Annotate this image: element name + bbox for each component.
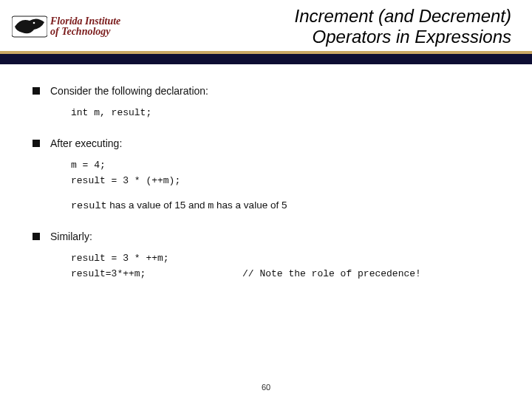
result-var-result: result bbox=[71, 200, 107, 211]
bullet-square-icon bbox=[33, 140, 40, 147]
bullet-2: After executing: bbox=[33, 137, 502, 149]
institution-logo: Florida Institute of Technology bbox=[12, 9, 137, 44]
code-assign-m: m = 4; bbox=[71, 160, 502, 171]
title-line-2: Operators in Expressions bbox=[137, 27, 511, 47]
logo-text: Florida Institute of Technology bbox=[50, 16, 120, 37]
bullet-1-text: Consider the following declaration: bbox=[50, 85, 208, 97]
logo-line-1: Florida Institute bbox=[50, 16, 120, 27]
svg-point-1 bbox=[33, 21, 35, 24]
code-decl: int m, result; bbox=[71, 107, 502, 118]
page-number: 60 bbox=[0, 383, 532, 392]
code-similar-2: result=3*++m; bbox=[71, 268, 242, 279]
bullet-2-text: After executing: bbox=[50, 137, 122, 149]
result-text-3: has a value of bbox=[214, 200, 282, 211]
logo-line-2: of Technology bbox=[50, 27, 120, 37]
title-line-1: Increment (and Decrement) bbox=[137, 6, 511, 27]
result-sentence: result has a value of 15 and m has a val… bbox=[71, 200, 502, 211]
bullet-3-text: Similarly: bbox=[50, 231, 92, 242]
divider-dark bbox=[0, 54, 532, 64]
slide-header: Florida Institute of Technology Incremen… bbox=[0, 0, 532, 51]
code-result-expr: result = 3 * (++m); bbox=[71, 175, 502, 186]
result-text-1: has a value of bbox=[107, 200, 175, 211]
bullet-3: Similarly: bbox=[33, 231, 502, 242]
code-similar-2-row: result=3*++m; // Note the role of preced… bbox=[71, 268, 502, 279]
slide-body: Consider the following declaration: int … bbox=[0, 64, 532, 279]
code-similar-1: result = 3 * ++m; bbox=[71, 253, 502, 264]
panther-icon bbox=[12, 12, 47, 41]
result-value-1: 15 bbox=[174, 200, 185, 211]
result-text-2: and bbox=[185, 200, 208, 211]
bullet-square-icon bbox=[33, 233, 40, 240]
bullet-square-icon bbox=[33, 87, 40, 95]
precedence-note: // Note the role of precedence! bbox=[242, 268, 421, 279]
slide-title: Increment (and Decrement) Operators in E… bbox=[137, 6, 520, 47]
bullet-1: Consider the following declaration: bbox=[33, 85, 502, 97]
result-value-2: 5 bbox=[282, 200, 287, 211]
